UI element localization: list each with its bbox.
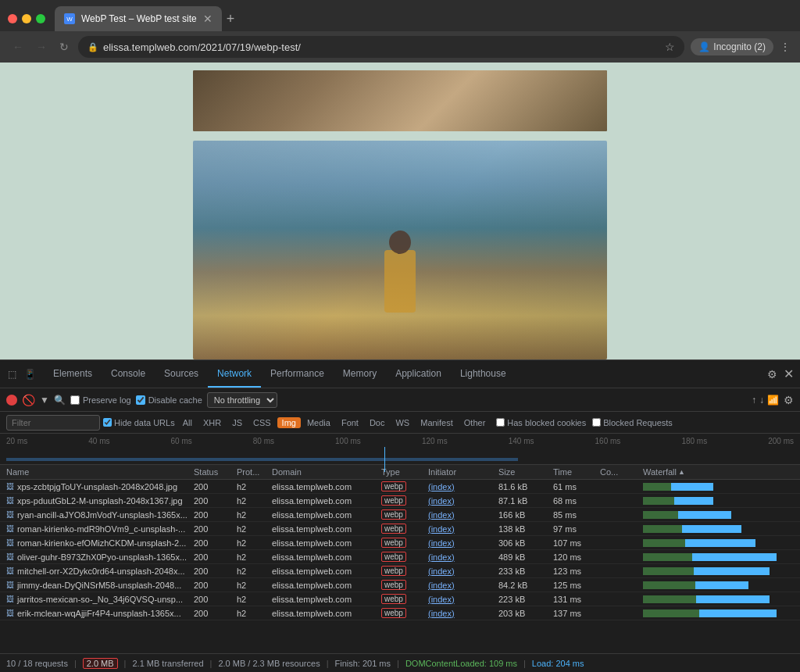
initiator-link[interactable]: (index)	[428, 567, 455, 576]
td-domain: elissa.templweb.com	[272, 496, 381, 506]
initiator-link[interactable]: (index)	[428, 524, 455, 534]
initiator-link[interactable]: (index)	[428, 538, 455, 548]
import-icon[interactable]: ↑	[752, 395, 756, 406]
traffic-lights	[8, 14, 45, 23]
table-row[interactable]: 🖼 roman-kirienko-efOMizhCKDM-unsplash-2.…	[0, 536, 800, 550]
td-time: 61 ms	[553, 482, 600, 491]
filter-js[interactable]: JS	[227, 417, 247, 428]
td-name: 🖼 roman-kirienko-mdR9hOVm9_c-unsplash-..…	[6, 524, 194, 534]
wifi-icon[interactable]: 📶	[767, 395, 779, 406]
clear-button[interactable]: 🚫	[22, 394, 35, 406]
record-button[interactable]	[6, 395, 17, 406]
maximize-traffic-light[interactable]	[36, 14, 45, 23]
profile-button[interactable]: 👤 Incognito (2)	[691, 38, 773, 55]
tab-sources[interactable]: Sources	[155, 360, 208, 388]
filter-media[interactable]: Media	[302, 417, 335, 428]
devtools-gear-icon[interactable]: ⚙	[767, 368, 777, 381]
new-tab-button[interactable]: +	[227, 11, 235, 27]
disable-cache-input[interactable]	[136, 395, 145, 405]
minimize-traffic-light[interactable]	[22, 14, 31, 23]
table-row[interactable]: 🖼 ryan-ancill-aJYO8JmVodY-unsplash-1365x…	[0, 508, 800, 522]
preserve-log-input[interactable]	[70, 395, 80, 405]
tl-label-9: 200 ms	[768, 437, 794, 445]
search-icon[interactable]: 🔍	[54, 395, 66, 406]
devtools-tab-bar: ⬚ 📱 Elements Console Sources Network Per…	[0, 360, 800, 388]
tab-favicon: W	[64, 13, 75, 24]
hide-data-urls-checkbox[interactable]: Hide data URLs	[103, 418, 175, 427]
devtools-close-button[interactable]: ✕	[784, 366, 794, 381]
initiator-link[interactable]: (index)	[428, 482, 455, 491]
filter-manifest[interactable]: Manifest	[416, 417, 458, 428]
bookmark-star-icon[interactable]: ☆	[665, 41, 675, 53]
td-status: 200	[194, 567, 237, 576]
filter-input[interactable]	[6, 415, 100, 431]
initiator-link[interactable]: (index)	[428, 609, 455, 618]
devtools-settings: ⚙ ✕	[767, 366, 794, 381]
browser-menu-button[interactable]: ⋮	[780, 41, 791, 53]
filter-font[interactable]: Font	[337, 417, 363, 428]
preserve-log-checkbox[interactable]: Preserve log	[70, 395, 131, 405]
blocked-cookies-checkbox[interactable]: Has blocked cookies	[496, 418, 586, 427]
initiator-link[interactable]: (index)	[428, 581, 455, 590]
filter-ws[interactable]: WS	[391, 417, 414, 428]
export-icon[interactable]: ↓	[759, 395, 764, 406]
timeline: 20 ms 40 ms 60 ms 80 ms 100 ms 120 ms 14…	[0, 434, 800, 465]
table-row[interactable]: 🖼 roman-kirienko-mdR9hOVm9_c-unsplash-..…	[0, 522, 800, 536]
close-traffic-light[interactable]	[8, 14, 17, 23]
tab-performance[interactable]: Performance	[261, 360, 334, 388]
filter-img[interactable]: Img	[277, 417, 301, 428]
tab-elements[interactable]: Elements	[44, 360, 102, 388]
table-row[interactable]: 🖼 jarritos-mexican-so-_No_34j6QVSQ-unsp.…	[0, 592, 800, 606]
disable-cache-checkbox[interactable]: Disable cache	[136, 395, 202, 405]
td-waterfall	[643, 497, 794, 505]
initiator-link[interactable]: (index)	[428, 595, 455, 604]
initiator-link[interactable]: (index)	[428, 552, 455, 562]
tab-close-button[interactable]: ✕	[203, 13, 212, 25]
td-type: webp	[381, 495, 428, 506]
tab-memory[interactable]: Memory	[334, 360, 386, 388]
tab-network[interactable]: Network	[208, 360, 261, 388]
devtools-inspect-icon[interactable]: ⬚	[6, 367, 18, 381]
table-row[interactable]: 🖼 mitchell-orr-X2Dykc0rd64-unsplash-2048…	[0, 564, 800, 578]
filter-xhr[interactable]: XHR	[198, 417, 226, 428]
blocked-requests-checkbox[interactable]: Blocked Requests	[592, 418, 673, 427]
td-name: 🖼 erik-mclean-wqAjjiFr4P4-unsplash-1365x…	[6, 609, 194, 618]
table-row[interactable]: 🖼 xps-zcbtpjgToUY-unsplash-2048x2048.jpg…	[0, 480, 800, 494]
td-status: 200	[194, 496, 237, 506]
td-protocol: h2	[237, 567, 272, 576]
table-row[interactable]: 🖼 erik-mclean-wqAjjiFr4P4-unsplash-1365x…	[0, 606, 800, 620]
td-waterfall	[643, 553, 794, 561]
hide-data-urls-input[interactable]	[103, 418, 112, 427]
url-box[interactable]: 🔒 elissa.templweb.com/2021/07/19/webp-te…	[78, 36, 684, 58]
filter-other[interactable]: Other	[459, 417, 491, 428]
tab-application[interactable]: Application	[386, 360, 451, 388]
table-row[interactable]: 🖼 oliver-guhr-B973ZhX0Pyo-unsplash-1365x…	[0, 550, 800, 564]
reload-button[interactable]: ↻	[56, 39, 72, 55]
file-name: jimmy-dean-DyQiNSrM58-unsplash-2048...	[17, 581, 181, 590]
active-tab[interactable]: W WebP Test – WebP test site ✕	[55, 6, 222, 31]
tab-lighthouse[interactable]: Lighthouse	[451, 360, 516, 388]
blocked-requests-input[interactable]	[592, 418, 601, 427]
tab-console[interactable]: Console	[102, 360, 155, 388]
tl-label-0: 20 ms	[6, 437, 27, 445]
table-row[interactable]: 🖼 jimmy-dean-DyQiNSrM58-unsplash-2048...…	[0, 578, 800, 592]
filter-css[interactable]: CSS	[248, 417, 276, 428]
wf-recv-bar	[682, 525, 741, 533]
devtools-device-icon[interactable]: 📱	[23, 367, 38, 381]
wf-recv-bar	[694, 567, 770, 575]
initiator-link[interactable]: (index)	[428, 510, 455, 520]
throttle-select[interactable]: No throttling	[207, 392, 277, 408]
back-button[interactable]: ←	[9, 39, 27, 55]
blocked-cookies-input[interactable]	[496, 418, 505, 427]
type-badge: webp	[381, 538, 406, 548]
waterfall-bar	[643, 581, 748, 589]
filter-icon[interactable]: ▼	[40, 395, 49, 406]
filter-all[interactable]: All	[178, 417, 197, 428]
th-name: Name	[6, 467, 194, 477]
forward-button[interactable]: →	[33, 39, 50, 55]
network-settings-icon[interactable]: ⚙	[784, 394, 794, 406]
td-waterfall	[643, 595, 794, 603]
initiator-link[interactable]: (index)	[428, 496, 455, 506]
filter-doc[interactable]: Doc	[365, 417, 390, 428]
table-row[interactable]: 🖼 xps-pduutGbL2-M-unsplash-2048x1367.jpg…	[0, 494, 800, 508]
